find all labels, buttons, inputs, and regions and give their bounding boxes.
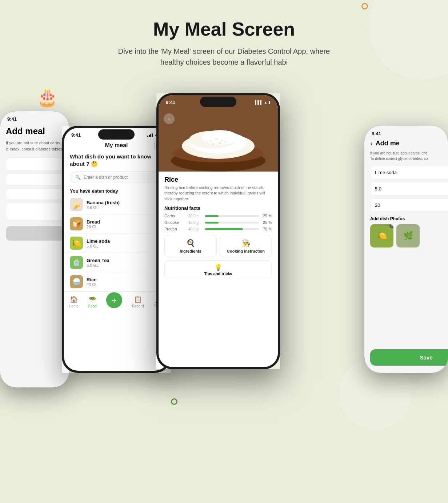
svg-point-6 — [209, 140, 212, 142]
food-img-bread: 🍞 — [70, 217, 83, 230]
svg-point-12 — [206, 142, 208, 143]
phone-right-input-val1[interactable]: 5.0 — [370, 182, 448, 196]
tips-label: Tips and tricks — [204, 271, 232, 276]
photo-thumb-2: 🌿 — [396, 224, 420, 248]
phone-my-meal: 9:41 ▲ ▮ My meal ＋ — [62, 126, 171, 373]
home-icon: 🏠 — [70, 295, 78, 303]
ingredients-label: Ingredients — [180, 249, 201, 253]
phone-left-time: 9:41 — [7, 116, 17, 122]
nav-record-label: Record — [132, 304, 144, 308]
nutrition-row-carbs: Carbs 20.0 g 25 % — [164, 214, 272, 218]
food-item-banana: 🍌 Banana (fresh) 3.6 GL — [64, 195, 169, 214]
page-subtitle: Dive into the 'My Meal' screen of our Di… — [115, 46, 333, 68]
phone2-dynamic-island — [98, 129, 135, 140]
nav-food-label: Food — [88, 304, 97, 308]
photo-remove-1[interactable]: ✕ — [389, 224, 393, 228]
phone2-signal — [147, 133, 153, 137]
rice-bowl-svg — [160, 106, 276, 172]
phone-rice-detail: ‹ 9:41 ▌▌▌ ▲ ▮ — [156, 93, 280, 369]
phone-right-save-btn[interactable]: Save — [370, 349, 448, 366]
tips-tricks-button[interactable]: 💡 Tips and tricks — [164, 260, 272, 279]
phone-left-title: Add meal — [6, 126, 69, 136]
food-img-lime-soda: 🍋 — [70, 237, 83, 250]
food-img-green-tea: 🍵 — [70, 256, 83, 269]
food-info-banana: Banana (fresh) 3.6 GL — [87, 200, 163, 210]
food-item-rice: 🍚 Rice 20 GL — [64, 272, 169, 291]
svg-point-11 — [224, 141, 227, 142]
phone2-question: What dish do you want to know about ? 🤔 — [64, 150, 169, 169]
phone-left-label-g: G — [6, 188, 69, 200]
phone-left-input-gl[interactable] — [6, 158, 69, 171]
phone-left-content: Add meal If you are not sure about carbs… — [0, 123, 69, 246]
phone2-bottom-nav: 🏠 Home 🥗 Food ＋ 📋 Record 👤 Profile — [64, 291, 169, 313]
phone-right-title: Add me — [376, 140, 400, 147]
food-info-rice: Rice 20 GL — [87, 277, 163, 287]
phone-left-status-bar: 9:41 ▌▌▌ WiFi 🔋 — [0, 111, 69, 123]
cooking-icon: 👨‍🍳 — [241, 239, 251, 248]
phone3-status-icons: ▌▌▌ ▲ ▮ — [255, 100, 271, 104]
rice-food-desc: Rinsing rice before cooking removes much… — [164, 185, 272, 202]
food-info-bread: Bread 20 GL — [87, 219, 163, 229]
food-img-banana: 🍌 — [70, 198, 83, 211]
cooking-label: Cooking instruction — [227, 249, 265, 253]
phone2-search-icon: 🔍 — [75, 175, 81, 180]
food-info-lime-soda: Lime soda 5.0 GL — [87, 238, 163, 248]
rice-food-name: Rice — [164, 176, 272, 184]
rice-back-button[interactable]: ‹ — [164, 113, 175, 124]
cooking-instruction-button[interactable]: 👨‍🍳 Cooking instruction — [220, 235, 272, 257]
food-item-lime-soda: 🍋 Lime soda 5.0 GL — [64, 234, 169, 253]
nav-home[interactable]: 🏠 Home — [69, 295, 79, 308]
protein-bar-fill — [205, 228, 243, 230]
carbs-bar-fill — [205, 215, 219, 217]
svg-point-8 — [220, 140, 223, 141]
nav-fab-button[interactable]: ＋ — [106, 292, 122, 308]
phone3-time: 9:41 — [166, 100, 175, 105]
phone2-search-input[interactable] — [84, 175, 157, 180]
protein-bar-bg — [205, 228, 259, 230]
phone-rice-wrapper: ‹ 9:41 ▌▌▌ ▲ ▮ — [156, 93, 280, 369]
photo-thumb-1: 🍋 ✕ — [370, 224, 393, 248]
phone2-food-list: 🍌 Banana (fresh) 3.6 GL 🍞 Bread 20 GL — [64, 195, 169, 291]
food-img-rice: 🍚 — [70, 275, 83, 288]
food-info-green-tea: Green Tea 6.0 GL — [87, 258, 163, 267]
phone-right-input-val2[interactable]: 20 — [370, 198, 448, 212]
phone2-search-bar[interactable]: 🔍 — [70, 172, 163, 183]
nutrition-facts-title: Nutritional facts — [164, 205, 272, 211]
phone-left-photo-input[interactable]: 📷 — [6, 203, 69, 220]
food-icon: 🥗 — [88, 295, 96, 303]
phone-right-photos-label: Add dish Photos — [370, 216, 448, 221]
phone-left-desc: If you are not sure about carbs, check t… — [6, 140, 69, 152]
phone2-time: 9:41 — [71, 132, 81, 138]
tips-icon: 💡 — [214, 263, 222, 271]
glucose-bar-fill — [205, 222, 219, 224]
record-icon: 📋 — [134, 295, 142, 303]
phone-right-content: ‹ Add me If you are not sure about carbs… — [364, 138, 448, 253]
phones-container: 9:41 ▌▌▌ WiFi 🔋 Add meal If you are not … — [0, 82, 448, 409]
nav-food[interactable]: 🥗 Food — [88, 295, 97, 308]
phone2-eaten-label: You have eaten today — [64, 185, 169, 195]
phone-right-input-lime[interactable]: Lime soda — [370, 166, 448, 179]
glucose-bar-bg — [205, 222, 259, 224]
phone-my-meal-screen: 9:41 ▲ ▮ My meal ＋ — [64, 128, 169, 371]
phone-right-back-icon[interactable]: ‹ — [370, 139, 373, 148]
phone2-header: My meal ＋ — [64, 139, 169, 150]
decoration-dot-orange — [361, 3, 368, 9]
ingredients-icon: 🍳 — [186, 239, 195, 248]
nutrition-row-protein: Protien 40.0 g 70 % — [164, 227, 272, 231]
ingredients-button[interactable]: 🍳 Ingredients — [164, 235, 217, 257]
nav-home-label: Home — [69, 304, 79, 308]
phone-rice-screen: ‹ 9:41 ▌▌▌ ▲ ▮ — [159, 95, 278, 367]
phone-left-label-gl: GL — [6, 174, 69, 185]
phone-right-desc: If you are not sure about carbs, cheTo d… — [370, 150, 448, 161]
phone-left-partial: 9:41 ▌▌▌ WiFi 🔋 Add meal If you are not … — [0, 111, 69, 387]
phone-left-save-btn[interactable]: Save — [6, 226, 69, 241]
food-item-bread: 🍞 Bread 20 GL — [64, 214, 169, 234]
carbs-bar-bg — [205, 215, 259, 217]
nav-record[interactable]: 📋 Record — [132, 295, 144, 308]
phone-right-status-bar: 9:41 ▌▌▌ ▲ ▮ — [364, 126, 448, 138]
phone-right-header: ‹ Add me — [370, 139, 448, 148]
phone2-screen-title: My meal — [105, 142, 128, 149]
food-item-green-tea: 🍵 Green Tea 6.0 GL — [64, 253, 169, 272]
phone-right-photos-row: 🍋 ✕ 🌿 — [370, 224, 448, 248]
rice-content-area: Rice Rinsing rice before cooking removes… — [159, 172, 278, 283]
